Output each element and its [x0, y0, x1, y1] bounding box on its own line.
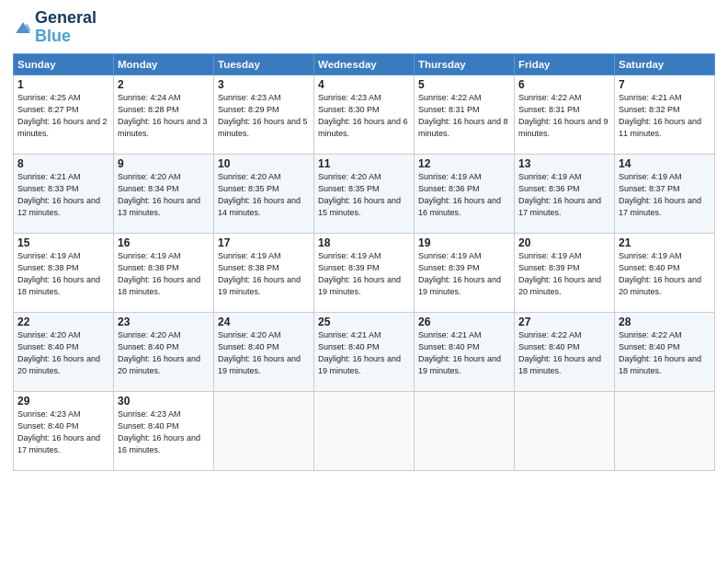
daylight-label: Daylight: 16 hours and 6 minutes.	[318, 117, 408, 138]
daylight-label: Daylight: 16 hours and 19 minutes.	[418, 275, 501, 296]
sunrise-label: Sunrise: 4:19 AM	[619, 251, 682, 260]
sunset-label: Sunset: 8:29 PM	[218, 105, 279, 114]
sunrise-label: Sunrise: 4:19 AM	[518, 251, 582, 260]
sunset-label: Sunset: 8:39 PM	[418, 263, 480, 272]
sunrise-label: Sunrise: 4:20 AM	[118, 172, 181, 181]
calendar-cell	[214, 391, 314, 470]
sunset-label: Sunset: 8:36 PM	[518, 184, 580, 193]
cell-info: Sunrise: 4:22 AM Sunset: 8:31 PM Dayligh…	[418, 92, 510, 140]
sunrise-label: Sunrise: 4:19 AM	[318, 251, 381, 260]
calendar-cell: 13 Sunrise: 4:19 AM Sunset: 8:36 PM Dayl…	[515, 154, 615, 233]
sunrise-label: Sunrise: 4:20 AM	[218, 330, 281, 339]
cell-info: Sunrise: 4:19 AM Sunset: 8:39 PM Dayligh…	[518, 250, 610, 298]
calendar-cell: 8 Sunrise: 4:21 AM Sunset: 8:33 PM Dayli…	[14, 154, 114, 233]
calendar-week-row: 1 Sunrise: 4:25 AM Sunset: 8:27 PM Dayli…	[14, 75, 715, 154]
sunrise-label: Sunrise: 4:19 AM	[518, 172, 582, 181]
cell-info: Sunrise: 4:24 AM Sunset: 8:28 PM Dayligh…	[118, 92, 210, 140]
calendar-cell	[314, 391, 415, 470]
day-number: 7	[619, 78, 711, 91]
cell-info: Sunrise: 4:21 AM Sunset: 8:32 PM Dayligh…	[619, 92, 711, 140]
calendar-cell: 16 Sunrise: 4:19 AM Sunset: 8:38 PM Dayl…	[114, 233, 214, 312]
calendar-cell: 10 Sunrise: 4:20 AM Sunset: 8:35 PM Dayl…	[214, 154, 314, 233]
logo-line1: General	[35, 9, 97, 28]
calendar-cell: 15 Sunrise: 4:19 AM Sunset: 8:38 PM Dayl…	[14, 233, 114, 312]
daylight-label: Daylight: 16 hours and 17 minutes.	[619, 196, 701, 217]
calendar-cell: 3 Sunrise: 4:23 AM Sunset: 8:29 PM Dayli…	[214, 75, 314, 154]
day-number: 11	[318, 157, 410, 170]
sunset-label: Sunset: 8:35 PM	[218, 184, 279, 193]
daylight-label: Daylight: 16 hours and 14 minutes.	[218, 196, 301, 217]
sunrise-label: Sunrise: 4:24 AM	[118, 93, 181, 102]
calendar-cell: 7 Sunrise: 4:21 AM Sunset: 8:32 PM Dayli…	[615, 75, 715, 154]
day-number: 23	[118, 316, 210, 328]
daylight-label: Daylight: 16 hours and 8 minutes.	[418, 117, 508, 138]
sunset-label: Sunset: 8:38 PM	[17, 263, 79, 272]
calendar-cell: 23 Sunrise: 4:20 AM Sunset: 8:40 PM Dayl…	[114, 312, 214, 391]
calendar-cell: 25 Sunrise: 4:21 AM Sunset: 8:40 PM Dayl…	[314, 312, 415, 391]
day-number: 3	[218, 78, 310, 91]
sunset-label: Sunset: 8:33 PM	[17, 184, 79, 193]
sunset-label: Sunset: 8:39 PM	[518, 263, 580, 272]
calendar-cell: 19 Sunrise: 4:19 AM Sunset: 8:39 PM Dayl…	[415, 233, 515, 312]
cell-info: Sunrise: 4:21 AM Sunset: 8:33 PM Dayligh…	[17, 171, 109, 219]
calendar-cell: 12 Sunrise: 4:19 AM Sunset: 8:36 PM Dayl…	[415, 154, 515, 233]
calendar-table: SundayMondayTuesdayWednesdayThursdayFrid…	[13, 53, 715, 471]
calendar-cell: 30 Sunrise: 4:23 AM Sunset: 8:40 PM Dayl…	[114, 391, 214, 470]
daylight-label: Daylight: 16 hours and 20 minutes.	[619, 275, 701, 296]
day-number: 1	[17, 78, 109, 91]
day-number: 8	[17, 157, 109, 170]
cell-info: Sunrise: 4:22 AM Sunset: 8:31 PM Dayligh…	[518, 92, 610, 140]
sunset-label: Sunset: 8:40 PM	[318, 342, 380, 351]
sunrise-label: Sunrise: 4:21 AM	[418, 330, 482, 339]
calendar-cell: 28 Sunrise: 4:22 AM Sunset: 8:40 PM Dayl…	[615, 312, 715, 391]
calendar-header-tuesday: Tuesday	[214, 53, 314, 75]
daylight-label: Daylight: 16 hours and 19 minutes.	[218, 275, 301, 296]
sunrise-label: Sunrise: 4:23 AM	[318, 93, 381, 102]
sunset-label: Sunset: 8:34 PM	[118, 184, 179, 193]
cell-info: Sunrise: 4:25 AM Sunset: 8:27 PM Dayligh…	[17, 92, 109, 140]
calendar-cell: 27 Sunrise: 4:22 AM Sunset: 8:40 PM Dayl…	[515, 312, 615, 391]
sunrise-label: Sunrise: 4:19 AM	[418, 172, 482, 181]
calendar-cell: 21 Sunrise: 4:19 AM Sunset: 8:40 PM Dayl…	[615, 233, 715, 312]
sunrise-label: Sunrise: 4:21 AM	[318, 330, 381, 339]
cell-info: Sunrise: 4:23 AM Sunset: 8:40 PM Dayligh…	[118, 408, 210, 456]
sunrise-label: Sunrise: 4:20 AM	[318, 172, 381, 181]
sunrise-label: Sunrise: 4:20 AM	[218, 172, 281, 181]
daylight-label: Daylight: 16 hours and 20 minutes.	[17, 354, 100, 375]
sunrise-label: Sunrise: 4:19 AM	[619, 172, 682, 181]
sunrise-label: Sunrise: 4:20 AM	[118, 330, 181, 339]
calendar-cell	[615, 391, 715, 470]
cell-info: Sunrise: 4:19 AM Sunset: 8:38 PM Dayligh…	[17, 250, 109, 298]
cell-info: Sunrise: 4:22 AM Sunset: 8:40 PM Dayligh…	[518, 329, 610, 377]
calendar-header-friday: Friday	[515, 53, 615, 75]
sunset-label: Sunset: 8:38 PM	[118, 263, 179, 272]
day-number: 29	[17, 395, 109, 408]
day-number: 30	[118, 395, 210, 408]
sunset-label: Sunset: 8:40 PM	[118, 421, 179, 431]
day-number: 21	[619, 236, 711, 249]
calendar-week-row: 22 Sunrise: 4:20 AM Sunset: 8:40 PM Dayl…	[14, 312, 715, 391]
sunset-label: Sunset: 8:40 PM	[17, 342, 79, 351]
sunrise-label: Sunrise: 4:19 AM	[218, 251, 281, 260]
calendar-cell: 18 Sunrise: 4:19 AM Sunset: 8:39 PM Dayl…	[314, 233, 415, 312]
calendar-cell: 5 Sunrise: 4:22 AM Sunset: 8:31 PM Dayli…	[415, 75, 515, 154]
daylight-label: Daylight: 16 hours and 19 minutes.	[218, 354, 301, 375]
sunrise-label: Sunrise: 4:25 AM	[17, 93, 81, 102]
day-number: 22	[17, 316, 109, 328]
cell-info: Sunrise: 4:20 AM Sunset: 8:34 PM Dayligh…	[118, 171, 210, 219]
daylight-label: Daylight: 16 hours and 19 minutes.	[318, 275, 401, 296]
daylight-label: Daylight: 16 hours and 15 minutes.	[318, 196, 401, 217]
day-number: 17	[218, 236, 310, 249]
calendar-cell: 1 Sunrise: 4:25 AM Sunset: 8:27 PM Dayli…	[14, 75, 114, 154]
sunrise-label: Sunrise: 4:21 AM	[17, 172, 81, 181]
sunset-label: Sunset: 8:40 PM	[418, 342, 480, 351]
sunset-label: Sunset: 8:36 PM	[418, 184, 480, 193]
sunrise-label: Sunrise: 4:22 AM	[418, 93, 482, 102]
calendar-header-monday: Monday	[114, 53, 214, 75]
daylight-label: Daylight: 16 hours and 20 minutes.	[118, 354, 200, 375]
cell-info: Sunrise: 4:20 AM Sunset: 8:40 PM Dayligh…	[17, 329, 109, 377]
calendar-page: General Blue SundayMondayTuesdayWednesda…	[0, 0, 728, 563]
sunset-label: Sunset: 8:27 PM	[17, 105, 79, 114]
daylight-label: Daylight: 16 hours and 2 minutes.	[17, 117, 108, 138]
calendar-header-thursday: Thursday	[415, 53, 515, 75]
